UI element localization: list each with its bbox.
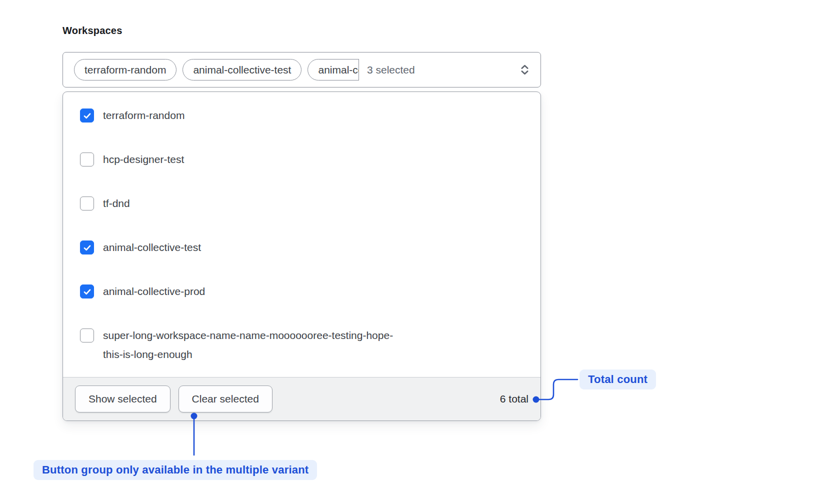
annotation-button-group: Button group only available in the multi… — [34, 460, 317, 480]
option-label: hcp-designer-test — [103, 150, 184, 169]
tag-pill[interactable]: animal-collective-prod — [308, 59, 359, 80]
checkbox-icon[interactable] — [80, 152, 94, 166]
option-label: animal-collective-test — [103, 238, 201, 257]
option-row[interactable]: animal-collective-prod — [63, 270, 540, 314]
option-label: animal-collective-prod — [103, 282, 205, 301]
listbox-footer: Show selected Clear selected 6 total — [63, 377, 540, 420]
option-row[interactable]: animal-collective-test — [63, 226, 540, 270]
field-label: Workspaces — [62, 25, 122, 36]
option-row[interactable]: tf-dnd — [63, 182, 540, 226]
check-icon — [82, 287, 92, 296]
selected-tags: terraform-random animal-collective-test … — [74, 59, 359, 80]
total-count-connector-line — [539, 380, 578, 400]
option-row[interactable]: terraform-random — [63, 94, 540, 138]
annotation-total-count: Total count — [580, 370, 656, 390]
chevron-up-down-icon[interactable] — [518, 63, 532, 76]
checkbox-icon[interactable] — [80, 108, 94, 122]
multiselect-listbox: terraform-random hcp-designer-test tf-dn… — [62, 92, 541, 421]
selected-count-text: 3 selected — [367, 64, 415, 76]
tag-pill[interactable]: terraform-random — [74, 59, 176, 80]
option-row[interactable]: super-long-workspace-name-name-moooooore… — [63, 314, 540, 376]
option-label: tf-dnd — [103, 194, 130, 213]
clear-selected-button[interactable]: Clear selected — [178, 386, 272, 412]
checkbox-icon[interactable] — [80, 328, 94, 342]
total-count-text: 6 total — [500, 393, 528, 405]
show-selected-button[interactable]: Show selected — [75, 386, 170, 412]
check-icon — [82, 243, 92, 252]
option-row[interactable]: hcp-designer-test — [63, 138, 540, 182]
tag-pill[interactable]: animal-collective-test — [182, 59, 302, 80]
checkbox-icon[interactable] — [80, 240, 94, 254]
check-icon — [82, 111, 92, 120]
option-label: terraform-random — [103, 106, 184, 125]
options-list: terraform-random hcp-designer-test tf-dn… — [63, 92, 540, 376]
checkbox-icon[interactable] — [80, 284, 94, 298]
checkbox-icon[interactable] — [80, 196, 94, 210]
option-label: super-long-workspace-name-name-moooooore… — [103, 326, 403, 364]
multiselect-trigger[interactable]: terraform-random animal-collective-test … — [62, 52, 541, 88]
